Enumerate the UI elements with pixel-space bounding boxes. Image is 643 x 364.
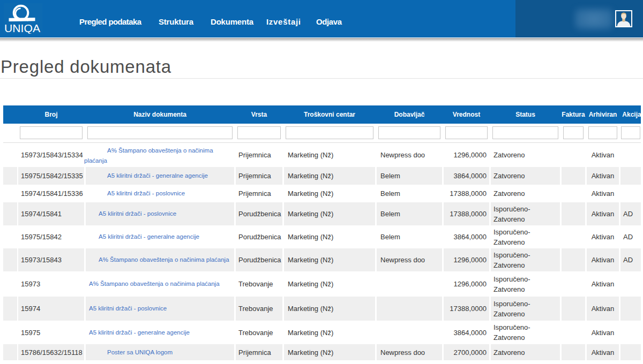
svg-text:UNIQA: UNIQA: [4, 22, 40, 34]
